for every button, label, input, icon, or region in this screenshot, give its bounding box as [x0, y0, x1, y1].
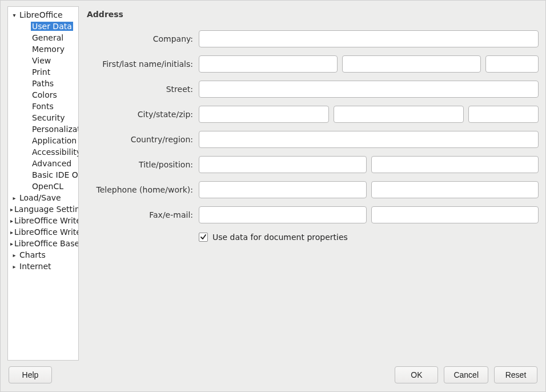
- reset-button[interactable]: Reset: [494, 366, 537, 383]
- tree-label: LibreOffice: [18, 10, 64, 19]
- row-fax: Fax/e-mail:: [86, 206, 539, 223]
- tree-label: Paths: [31, 79, 55, 88]
- tree-label: Memory: [31, 45, 66, 54]
- tree-item-advanced[interactable]: Advanced: [8, 158, 78, 169]
- disclosure-right-icon[interactable]: ▸: [10, 252, 18, 258]
- tree-item-language-settings[interactable]: ▸ Language Settings: [8, 203, 78, 215]
- tree-label: LibreOffice Writer/Web: [13, 227, 79, 237]
- tree-item-application-colors[interactable]: Application Colors: [8, 135, 78, 146]
- tree-label: Accessibility: [31, 147, 79, 157]
- tree-item-charts[interactable]: ▸ Charts: [8, 249, 78, 261]
- section-title: Address: [87, 10, 539, 19]
- row-company: Company:: [86, 30, 539, 47]
- tree-item-personalization[interactable]: Personalization: [8, 123, 78, 135]
- tree-item-paths[interactable]: Paths: [8, 78, 78, 89]
- tree-item-colors[interactable]: Colors: [8, 89, 78, 101]
- row-city: City/state/zip:: [86, 106, 539, 123]
- tree-item-internet[interactable]: ▸ Internet: [8, 261, 78, 272]
- title-field[interactable]: [199, 156, 367, 173]
- tree-item-writer[interactable]: ▸ LibreOffice Writer: [8, 215, 78, 226]
- tree-label: View: [31, 56, 52, 65]
- tree-item-load-save[interactable]: ▸ Load/Save: [8, 192, 78, 203]
- tree-item-libreoffice[interactable]: ▾ LibreOffice: [8, 9, 78, 21]
- tree-label: User Data: [31, 22, 73, 31]
- row-title: Title/position:: [86, 156, 539, 173]
- tree-item-base[interactable]: ▸ LibreOffice Base: [8, 238, 78, 249]
- tree-label: Security: [31, 113, 66, 122]
- tree-label: Application Colors: [31, 136, 79, 145]
- tree-label: Internet: [18, 262, 53, 271]
- tree-label: Language Settings: [13, 205, 79, 214]
- label-fax: Fax/e-mail:: [86, 210, 193, 219]
- disclosure-right-icon[interactable]: ▸: [10, 263, 18, 270]
- country-field[interactable]: [199, 131, 539, 148]
- fax-field[interactable]: [199, 206, 367, 223]
- tree-item-opencl[interactable]: OpenCL: [8, 181, 78, 192]
- use-data-checkbox[interactable]: [199, 233, 208, 242]
- disclosure-down-icon[interactable]: ▾: [10, 12, 18, 18]
- tree-item-memory[interactable]: Memory: [8, 43, 78, 55]
- street-field[interactable]: [199, 81, 539, 98]
- label-city: City/state/zip:: [86, 110, 193, 119]
- company-field[interactable]: [199, 30, 539, 47]
- tree-item-general[interactable]: General: [8, 32, 78, 43]
- tree-item-security[interactable]: Security: [8, 112, 78, 123]
- row-street: Street:: [86, 81, 539, 98]
- last-name-field[interactable]: [342, 55, 481, 73]
- email-field[interactable]: [371, 206, 539, 223]
- help-button[interactable]: Help: [9, 366, 52, 383]
- label-company: Company:: [86, 34, 193, 43]
- label-street: Street:: [86, 85, 193, 94]
- tree-item-user-data[interactable]: User Data: [8, 21, 78, 32]
- label-name: First/last name/initials:: [86, 59, 193, 69]
- disclosure-right-icon[interactable]: ▸: [10, 195, 18, 201]
- first-name-field[interactable]: [199, 55, 338, 73]
- tree-label: Load/Save: [18, 193, 62, 202]
- options-dialog: ▾ LibreOffice User Data General Memory V…: [0, 0, 546, 392]
- tree-label: LibreOffice Base: [13, 239, 79, 248]
- row-name: First/last name/initials:: [86, 55, 539, 73]
- tree-label: Colors: [31, 90, 58, 99]
- zip-field[interactable]: [468, 106, 539, 123]
- row-country: Country/region:: [86, 131, 539, 148]
- check-icon: [200, 234, 207, 241]
- city-field[interactable]: [199, 106, 329, 123]
- label-title: Title/position:: [86, 160, 193, 169]
- tree-label: Fonts: [31, 102, 55, 111]
- tree-label: Charts: [18, 250, 47, 259]
- label-phone: Telephone (home/work):: [86, 185, 193, 194]
- tree-label: LibreOffice Writer: [13, 216, 79, 225]
- tree-item-view[interactable]: View: [8, 55, 78, 66]
- phone-home-field[interactable]: [199, 181, 367, 198]
- address-form: Company: First/last name/initials: Stree…: [86, 30, 539, 242]
- tree-label: Advanced: [31, 159, 73, 168]
- use-data-checkbox-row: Use data for document properties: [199, 233, 539, 242]
- tree-item-accessibility[interactable]: Accessibility: [8, 146, 78, 158]
- tree-item-fonts[interactable]: Fonts: [8, 101, 78, 112]
- main-area: ▾ LibreOffice User Data General Memory V…: [1, 1, 545, 361]
- tree-item-basic-ide[interactable]: Basic IDE Options: [8, 169, 78, 181]
- tree-label: General: [31, 33, 65, 42]
- tree-item-writer-web[interactable]: ▸ LibreOffice Writer/Web: [8, 226, 78, 238]
- button-bar: Help OK Cancel Reset: [1, 361, 545, 391]
- ok-button[interactable]: OK: [395, 366, 438, 383]
- phone-work-field[interactable]: [371, 181, 539, 198]
- content-panel: Address Company: First/last name/initial…: [86, 6, 539, 361]
- options-tree[interactable]: ▾ LibreOffice User Data General Memory V…: [7, 6, 79, 361]
- label-country: Country/region:: [86, 135, 193, 144]
- tree-item-print[interactable]: Print: [8, 66, 78, 78]
- state-field[interactable]: [334, 106, 464, 123]
- position-field[interactable]: [371, 156, 539, 173]
- row-phone: Telephone (home/work):: [86, 181, 539, 198]
- tree-label: Basic IDE Options: [31, 170, 79, 179]
- tree-label: OpenCL: [31, 182, 65, 191]
- tree-label: Print: [31, 67, 51, 77]
- use-data-label: Use data for document properties: [212, 233, 348, 242]
- cancel-button[interactable]: Cancel: [444, 366, 488, 383]
- tree-label: Personalization: [31, 125, 79, 134]
- initials-field[interactable]: [485, 55, 539, 73]
